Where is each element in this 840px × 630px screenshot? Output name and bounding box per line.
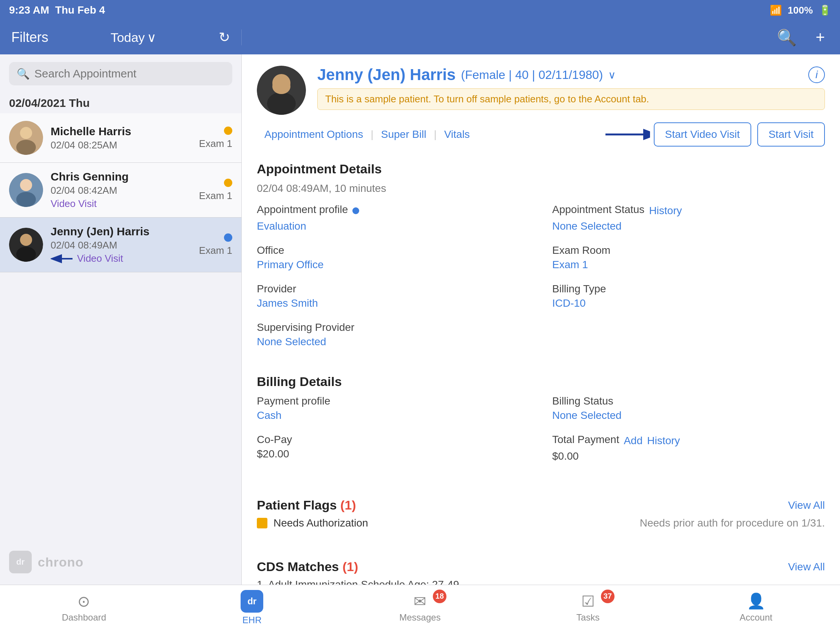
- messages-badge: 18: [433, 590, 447, 603]
- svg-point-7: [20, 234, 32, 246]
- sidebar: 🔍 02/04/2021 Thu Michelle Harris 02/04 0…: [0, 54, 242, 585]
- avatar: [9, 228, 43, 262]
- detail-billing-type: Billing Type ICD-10: [552, 283, 825, 309]
- sample-notice: This is a sample patient. To turn off sa…: [317, 88, 825, 110]
- cds-content: 1. Adult Immunization Schedule Age: 27-4…: [242, 579, 840, 585]
- status-dot: [224, 126, 232, 135]
- status-time: 9:23 AM Thu Feb 4: [9, 4, 105, 16]
- patient-flags-row: Needs Authorization Needs prior auth for…: [242, 517, 840, 535]
- cds-matches-view-all[interactable]: View All: [788, 561, 825, 573]
- status-bar: 9:23 AM Thu Feb 4 📶 100% 🔋: [0, 0, 840, 21]
- nav-item-ehr[interactable]: dr EHR: [222, 590, 282, 625]
- appointment-details-section: Appointment Details 02/04 08:49AM, 10 mi…: [242, 162, 840, 204]
- action-buttons-area: Start Video Visit Start Visit: [605, 122, 825, 147]
- avatar: [9, 173, 43, 207]
- svg-point-5: [16, 192, 36, 207]
- svg-point-1: [20, 127, 32, 139]
- apt-info: Michelle Harris 02/04 08:25AM: [51, 125, 191, 151]
- main-layout: 🔍 02/04/2021 Thu Michelle Harris 02/04 0…: [0, 54, 840, 585]
- detail-provider: Provider James Smith: [257, 283, 529, 309]
- svg-point-12: [267, 92, 296, 115]
- top-nav: Filters Today ∨ ↻ 🔍 +: [0, 21, 840, 54]
- patient-header: Jenny (Jen) Harris (Female | 40 | 02/11/…: [242, 54, 840, 115]
- list-item[interactable]: Chris Genning 02/04 08:42AM Video Visit …: [0, 163, 242, 218]
- top-nav-right: 🔍 +: [242, 28, 840, 47]
- tab-super-bill[interactable]: Super Bill: [374, 125, 434, 144]
- appointment-list: Michelle Harris 02/04 08:25AM Exam 1: [0, 113, 242, 539]
- search-input[interactable]: [35, 67, 225, 80]
- patient-name-row: Jenny (Jen) Harris (Female | 40 | 02/11/…: [317, 66, 825, 84]
- arrow-right-icon: [605, 127, 650, 142]
- detail-appointment-profile: Appointment profile Evaluation: [257, 204, 529, 232]
- profile-dot: [352, 207, 359, 214]
- avatar: [9, 121, 43, 155]
- appointment-detail-grid: Appointment profile Evaluation Appointme…: [242, 204, 840, 359]
- detail-office: Office Primary Office: [257, 245, 529, 271]
- right-panel: Jenny (Jen) Harris (Female | 40 | 02/11/…: [242, 54, 840, 585]
- patient-flags-header: Patient Flags (1) View All: [242, 489, 840, 517]
- battery-label: 100%: [788, 5, 813, 16]
- apt-info: Jenny (Jen) Harris 02/04 08:49AM Video V…: [51, 225, 191, 264]
- billing-details-section: Billing Details: [242, 374, 840, 395]
- date-header: 02/04/2021 Thu: [0, 93, 242, 113]
- bottom-nav: ⊙ Dashboard dr EHR ✉ 18 Messages ☑ 37 Ta…: [0, 585, 840, 630]
- svg-point-8: [16, 246, 36, 262]
- arrow-left-icon: [51, 253, 73, 264]
- start-video-visit-button[interactable]: Start Video Visit: [654, 122, 751, 147]
- search-input-wrapper: 🔍: [9, 62, 232, 85]
- top-nav-left: Filters Today ∨ ↻: [0, 30, 242, 45]
- apt-right: Exam 1: [199, 126, 232, 150]
- video-visit-link[interactable]: Video Visit: [51, 253, 191, 264]
- info-icon[interactable]: i: [808, 66, 825, 83]
- svg-point-2: [16, 140, 36, 155]
- detail-payment-profile: Payment profile Cash: [257, 395, 529, 422]
- billing-detail-grid: Payment profile Cash Billing Status None…: [242, 395, 840, 474]
- messages-icon: ✉: [414, 593, 426, 610]
- start-visit-button[interactable]: Start Visit: [757, 122, 825, 147]
- search-bar: 🔍: [0, 54, 242, 93]
- detail-billing-status: Billing Status None Selected: [552, 395, 825, 422]
- wifi-icon: 📶: [770, 5, 782, 16]
- list-item[interactable]: Jenny (Jen) Harris 02/04 08:49AM Video V…: [0, 218, 242, 272]
- detail-appointment-status: Appointment Status History None Selected: [552, 204, 825, 232]
- refresh-button[interactable]: ↻: [219, 30, 230, 45]
- nav-item-messages[interactable]: ✉ 18 Messages: [390, 593, 450, 623]
- ehr-icon: dr: [241, 590, 263, 613]
- patient-flags-view-all[interactable]: View All: [788, 499, 825, 512]
- dr-logo-box: dr: [9, 551, 32, 573]
- nav-item-tasks[interactable]: ☑ 37 Tasks: [558, 593, 618, 623]
- search-icon: 🔍: [17, 68, 30, 80]
- account-icon: 👤: [747, 592, 766, 610]
- nav-item-account[interactable]: 👤 Account: [726, 592, 786, 623]
- today-button[interactable]: Today ∨: [111, 30, 157, 45]
- status-indicators: 📶 100% 🔋: [770, 5, 831, 16]
- detail-copay: Co-Pay $20.00: [257, 434, 529, 462]
- svg-point-4: [20, 179, 32, 191]
- apt-right: Exam 1: [199, 234, 232, 256]
- chevron-down-icon[interactable]: ∨: [608, 69, 616, 81]
- status-dot: [224, 178, 232, 187]
- filters-button[interactable]: Filters: [11, 30, 48, 45]
- svg-point-13: [272, 79, 291, 94]
- nav-item-dashboard[interactable]: ⊙ Dashboard: [54, 593, 114, 623]
- tab-appointment-options[interactable]: Appointment Options: [257, 125, 371, 144]
- tab-vitals[interactable]: Vitals: [437, 125, 477, 144]
- patient-avatar: [257, 66, 306, 115]
- detail-exam-room: Exam Room Exam 1: [552, 245, 825, 271]
- search-button[interactable]: 🔍: [777, 28, 797, 47]
- detail-supervising-provider: Supervising Provider None Selected: [257, 321, 825, 348]
- dashboard-icon: ⊙: [77, 593, 90, 610]
- cds-matches-header: CDS Matches (1) View All: [242, 550, 840, 579]
- list-item[interactable]: Michelle Harris 02/04 08:25AM Exam 1: [0, 113, 242, 163]
- detail-total-payment: Total Payment Add History $0.00: [552, 434, 825, 462]
- apt-right: Exam 1: [199, 178, 232, 202]
- flag-icon: [257, 518, 267, 528]
- battery-icon: 🔋: [819, 5, 831, 16]
- drchrono-logo: dr chrono: [0, 539, 242, 585]
- search-icon: 🔍: [777, 29, 797, 46]
- add-button[interactable]: +: [815, 28, 825, 46]
- action-tabs: Appointment Options | Super Bill | Vital…: [242, 115, 840, 147]
- status-dot: [224, 234, 232, 242]
- chevron-down-icon: ∨: [147, 30, 156, 45]
- apt-info: Chris Genning 02/04 08:42AM Video Visit: [51, 171, 191, 210]
